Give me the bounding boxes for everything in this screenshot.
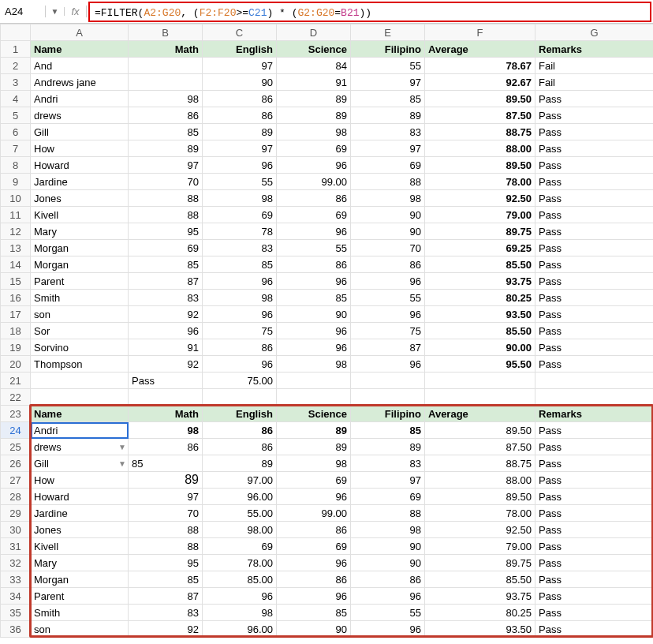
row-header[interactable]: 16 [1, 290, 31, 306]
result-science-cell[interactable]: 69 [277, 538, 351, 555]
data-science-cell[interactable]: 86 [277, 256, 351, 273]
data-science-cell[interactable]: 90 [277, 306, 351, 323]
result-remarks-cell[interactable]: Pass [535, 571, 654, 588]
data-science-cell[interactable]: 96 [277, 323, 351, 339]
data-name-cell[interactable]: How [31, 140, 129, 157]
data-english-cell[interactable]: 69 [203, 207, 277, 223]
cell[interactable] [535, 389, 654, 406]
result-science-cell[interactable]: 90 [277, 621, 351, 638]
row-header[interactable]: 12 [1, 223, 31, 240]
data-name-cell[interactable]: Sorvino [31, 339, 129, 356]
result-science-cell[interactable]: 86 [277, 522, 351, 538]
row-header[interactable]: 30 [1, 522, 31, 538]
data-filipino-cell[interactable]: 55 [351, 290, 425, 306]
result-filipino-cell[interactable]: 55 [351, 605, 425, 621]
header-science[interactable]: Science [277, 41, 351, 58]
cell[interactable] [277, 373, 351, 389]
data-science-cell[interactable]: 96 [277, 223, 351, 240]
fx-icon[interactable]: fx [65, 6, 87, 17]
header-remarks[interactable]: Remarks [535, 406, 654, 422]
data-science-cell[interactable]: 96 [277, 273, 351, 290]
header-science[interactable]: Science [277, 406, 351, 422]
data-average-cell[interactable]: 89.50 [425, 157, 535, 174]
result-remarks-cell[interactable]: Pass [535, 538, 654, 555]
result-filipino-cell[interactable]: 85 [351, 422, 425, 439]
result-english-cell[interactable]: 89 [203, 455, 277, 472]
data-name-cell[interactable]: Jones [31, 190, 129, 207]
result-english-cell[interactable]: 55.00 [203, 505, 277, 522]
data-science-cell[interactable]: 96 [277, 339, 351, 356]
result-english-cell[interactable]: 98 [203, 605, 277, 621]
data-filipino-cell[interactable]: 89 [351, 107, 425, 124]
spreadsheet-grid[interactable]: A B C D E F G 1NameMathEnglishScienceFil… [0, 24, 653, 638]
data-math-cell[interactable]: 88 [129, 207, 203, 223]
data-math-cell[interactable]: 98 [129, 91, 203, 107]
result-remarks-cell[interactable]: Pass [535, 455, 654, 472]
data-math-cell[interactable]: 69 [129, 240, 203, 256]
result-average-cell[interactable]: 93.75 [425, 588, 535, 605]
data-science-cell[interactable]: 99.00 [277, 174, 351, 190]
data-filipino-cell[interactable]: 96 [351, 356, 425, 373]
result-average-cell[interactable]: 80.25 [425, 605, 535, 621]
row-header[interactable]: 24 [1, 422, 31, 439]
data-english-cell[interactable]: 86 [203, 107, 277, 124]
result-english-cell[interactable]: 78.00 [203, 555, 277, 571]
data-average-cell[interactable]: 85.50 [425, 323, 535, 339]
data-filipino-cell[interactable]: 55 [351, 58, 425, 74]
data-english-cell[interactable]: 90 [203, 74, 277, 91]
cell[interactable] [277, 389, 351, 406]
data-filipino-cell[interactable]: 96 [351, 306, 425, 323]
result-english-cell[interactable]: 69 [203, 538, 277, 555]
data-filipino-cell[interactable]: 90 [351, 207, 425, 223]
data-name-cell[interactable]: And [31, 58, 129, 74]
result-name-cell[interactable]: Andri [31, 422, 129, 439]
result-filipino-cell[interactable]: 96 [351, 588, 425, 605]
result-average-cell[interactable]: 89.75 [425, 555, 535, 571]
data-filipino-cell[interactable]: 75 [351, 323, 425, 339]
result-average-cell[interactable]: 89.50 [425, 422, 535, 439]
data-science-cell[interactable]: 89 [277, 91, 351, 107]
result-science-cell[interactable]: 96 [277, 555, 351, 571]
data-math-cell[interactable]: 97 [129, 157, 203, 174]
corner-cell[interactable] [1, 24, 31, 41]
result-filipino-cell[interactable]: 90 [351, 555, 425, 571]
data-name-cell[interactable]: drews [31, 107, 129, 124]
result-math-cell[interactable]: 88 [129, 522, 203, 538]
row-header[interactable]: 7 [1, 140, 31, 157]
data-english-cell[interactable]: 97 [203, 140, 277, 157]
cell[interactable] [31, 389, 129, 406]
row-header[interactable]: 21 [1, 373, 31, 389]
result-science-cell[interactable]: 69 [277, 472, 351, 489]
data-average-cell[interactable]: 92.67 [425, 74, 535, 91]
result-science-cell[interactable]: 86 [277, 571, 351, 588]
data-name-cell[interactable]: Parent [31, 273, 129, 290]
data-remarks-cell[interactable]: Pass [535, 356, 654, 373]
data-average-cell[interactable]: 69.25 [425, 240, 535, 256]
result-english-cell[interactable]: 98.00 [203, 522, 277, 538]
result-science-cell[interactable]: 85 [277, 605, 351, 621]
criteria-remark[interactable]: Pass [129, 373, 203, 389]
result-filipino-cell[interactable]: 88 [351, 505, 425, 522]
data-math-cell[interactable]: 91 [129, 339, 203, 356]
result-name-cell[interactable]: How [31, 472, 129, 489]
data-name-cell[interactable]: Morgan [31, 240, 129, 256]
result-math-cell[interactable]: 87 [129, 588, 203, 605]
header-english[interactable]: English [203, 406, 277, 422]
result-science-cell[interactable]: 89 [277, 439, 351, 455]
data-math-cell[interactable]: 86 [129, 107, 203, 124]
data-average-cell[interactable]: 78.00 [425, 174, 535, 190]
data-average-cell[interactable]: 85.50 [425, 256, 535, 273]
result-english-cell[interactable]: 85.00 [203, 571, 277, 588]
result-name-cell[interactable]: drews▼ [31, 439, 129, 455]
result-english-cell[interactable]: 86 [203, 422, 277, 439]
header-remarks[interactable]: Remarks [535, 41, 654, 58]
data-math-cell[interactable] [129, 74, 203, 91]
row-header[interactable]: 2 [1, 58, 31, 74]
result-name-cell[interactable]: Howard [31, 489, 129, 505]
result-remarks-cell[interactable]: Pass [535, 605, 654, 621]
data-english-cell[interactable]: 85 [203, 256, 277, 273]
data-name-cell[interactable]: Howard [31, 157, 129, 174]
result-math-cell[interactable]: 85 [129, 571, 203, 588]
data-remarks-cell[interactable]: Fail [535, 58, 654, 74]
row-header[interactable]: 34 [1, 588, 31, 605]
